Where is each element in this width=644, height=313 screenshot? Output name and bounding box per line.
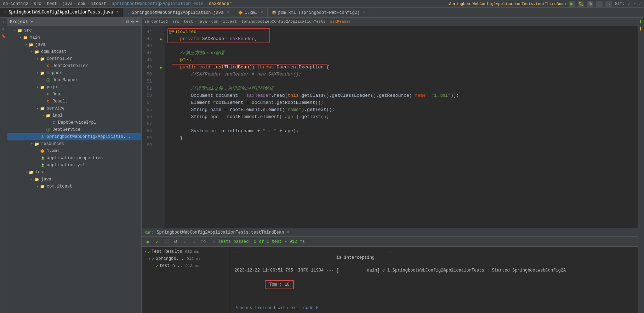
code-line-60	[169, 142, 633, 149]
toggle-passed-button[interactable]: ✓	[154, 238, 161, 245]
export-button[interactable]: ↓	[190, 238, 198, 245]
tab-springboottest[interactable]: J SpringbootWebConfig2ApplicationTests.j…	[0, 8, 123, 17]
bc-itcast-e[interactable]: itcast	[223, 19, 237, 24]
tree-dept[interactable]: C Dept	[7, 91, 141, 98]
toolbar-right: SpringbootWebConfig2ApplicationTests.tes…	[449, 1, 641, 7]
stop-button[interactable]: ⬛	[163, 238, 170, 245]
prop-icon: 🍃	[40, 155, 45, 161]
console-line-3	[234, 261, 633, 267]
pass-icon-root: ✓	[148, 250, 150, 254]
tree-java[interactable]: ▾ 📂 java	[7, 41, 141, 48]
tree-controller[interactable]: ▾ 📁 controller	[7, 55, 141, 62]
bc-itcast[interactable]: itcast	[91, 1, 106, 6]
java-icon-deptcontroller: C	[45, 63, 51, 69]
test-time-root: 912 ms	[185, 250, 199, 254]
java-icon-2: J	[127, 11, 130, 15]
tree-main[interactable]: ▾ 📁 main	[7, 34, 141, 41]
bc-com[interactable]: com	[78, 1, 86, 6]
tab-springbootapp[interactable]: J SpringbootWebConfig2Application.java ×	[123, 8, 234, 17]
tab-1xml[interactable]: 🔶 1.xml ×	[234, 8, 268, 17]
tree-test[interactable]: ▾ 📁 test	[7, 169, 141, 176]
sort-button[interactable]: ↕	[181, 238, 188, 245]
code-content[interactable]: @Autowired private SAXReader saxReader; …	[165, 26, 638, 228]
tree-deptservice[interactable]: ⓘ DeptService	[7, 126, 141, 133]
console-output[interactable]: -- -- is intercepting. 2023-12-22 11:06:…	[230, 247, 638, 313]
close-panel-icon[interactable]: —	[136, 19, 138, 24]
cursor	[196, 32, 198, 32]
tree-testjava[interactable]: ▾ 📂 java	[7, 176, 141, 183]
project-name: sb-config2	[3, 1, 28, 6]
collapse-icon[interactable]: ⊟	[126, 19, 129, 24]
console-line-process: Process finished with exit code 0	[234, 305, 633, 311]
editor-breadcrumb: sb-config2 › src › test › java › com › i…	[142, 18, 638, 26]
tab-pomxml[interactable]: 📦 pom.xml (springboot-web-config2) ×	[268, 8, 370, 17]
bc-method-e[interactable]: saxReader	[330, 19, 351, 24]
bc-src-e[interactable]: src	[172, 19, 179, 24]
tree-appprop[interactable]: 🍃 application.properties	[7, 155, 141, 162]
tree-1xml[interactable]: 🔶 1.xml	[7, 147, 141, 155]
tree-deptmapper[interactable]: ⓘ DeptMapper	[7, 77, 141, 84]
close-tab-3[interactable]: ×	[261, 11, 263, 15]
code-line-54: Element rootElement = document.getRootEl…	[169, 99, 633, 106]
tree-springbootapp[interactable]: S SpringbootWebConfig2Applicatio...	[7, 133, 141, 140]
test-results-root[interactable]: ▾ ✓ Test Results 912 ms	[142, 248, 230, 255]
bc-method[interactable]: saxReader	[209, 1, 232, 6]
right-icon-1[interactable]: ▌	[638, 19, 644, 25]
forward-button[interactable]: →	[605, 1, 612, 7]
code-line-46	[169, 43, 633, 50]
bookmarks-icon[interactable]: 🔖	[1, 33, 6, 39]
pass-icon-springbo: ✓	[152, 257, 154, 261]
java-icon-result: C	[45, 99, 51, 104]
tree-appyml[interactable]: 🍃 application.yml	[7, 162, 141, 169]
bc-class[interactable]: SpringbootWebConfig2ApplicationTests	[112, 1, 203, 6]
close-tab-2[interactable]: ×	[227, 11, 229, 15]
close-tab-1[interactable]: ×	[116, 10, 119, 14]
tree-src[interactable]: ▾ 📁 src	[7, 27, 141, 34]
rerun-button[interactable]: ↺	[172, 238, 179, 245]
structure-icon[interactable]: ≡	[1, 26, 6, 32]
commit-icon[interactable]: ↑	[1, 19, 6, 25]
run-button[interactable]: ▶	[569, 1, 575, 7]
run-line-49[interactable]: ▶	[160, 65, 163, 70]
tree-impl[interactable]: ▾ 📁 impl	[7, 112, 141, 119]
top-toolbar: sb-config2 › src › test › java › com › i…	[0, 0, 644, 8]
bc-test-e[interactable]: test	[184, 19, 193, 24]
close-tab-4[interactable]: ×	[363, 11, 365, 15]
coverage-button[interactable]: ◎	[587, 1, 593, 7]
bc-src[interactable]: src	[34, 1, 41, 6]
toolbar-sep: >>	[201, 239, 207, 244]
right-icon-2[interactable]: ▌	[638, 26, 644, 32]
git-label: Git:	[615, 1, 625, 6]
project-header-icons: ⊟ ⚙ —	[126, 19, 138, 24]
tree-comitcast2[interactable]: ▾ 📁 com.itcast	[7, 183, 141, 190]
console-line-4: 2023-12-22 11:06:51.795 INFO 11904 --- […	[234, 267, 633, 274]
test-item-springbo[interactable]: ▾ ✓ Springbo... 912 ms	[142, 255, 230, 262]
bc-project[interactable]: sb-config2	[144, 19, 168, 24]
tree-service[interactable]: ▾ 📁 service	[7, 105, 141, 112]
run-again-button[interactable]: ▶	[144, 238, 152, 245]
bc-com-e[interactable]: com	[211, 19, 218, 24]
tree-mapper[interactable]: ▾ 📁 mapper	[7, 69, 141, 77]
src-icon-java: 📂	[28, 42, 34, 47]
bc-test[interactable]: test	[47, 1, 57, 6]
folder-icon-service: 📁	[40, 106, 45, 111]
tree-pojo[interactable]: ▾ 📁 pojo	[7, 84, 141, 91]
console-line-5: Tom : 18	[234, 274, 633, 296]
close-run-tab[interactable]: ×	[287, 230, 289, 234]
tree-deptcontroller[interactable]: C DeptController	[7, 62, 141, 69]
back-button[interactable]: ←	[596, 1, 603, 7]
tree-comitcast[interactable]: ▾ 📁 com.itcast	[7, 48, 141, 55]
tree-deptserviceimpl[interactable]: C DeptServiceImpl	[7, 119, 141, 126]
code-line-49: public void testThirdBean() throws Docum…	[169, 64, 633, 71]
debug-button[interactable]: 🐛	[578, 1, 584, 7]
run-line-45[interactable]: ▶	[160, 37, 163, 41]
bc-java-e[interactable]: java	[198, 19, 207, 24]
tree-resources[interactable]: ▾ 📁 resources	[7, 140, 141, 147]
tree-result[interactable]: C Result	[7, 98, 141, 105]
test-item-testth[interactable]: ✓ testTh... 912 ms	[142, 262, 230, 269]
folder-icon-mapper: 📁	[40, 70, 45, 76]
bc-java[interactable]: java	[62, 1, 73, 6]
settings-icon[interactable]: ⚙	[131, 19, 134, 24]
project-panel: Project ▾ ⊟ ⚙ — ▾ 📁 src ▾ 📁 main	[7, 18, 142, 313]
bc-class-e[interactable]: SpringbootWebConfig2ApplicationTests	[241, 19, 326, 24]
